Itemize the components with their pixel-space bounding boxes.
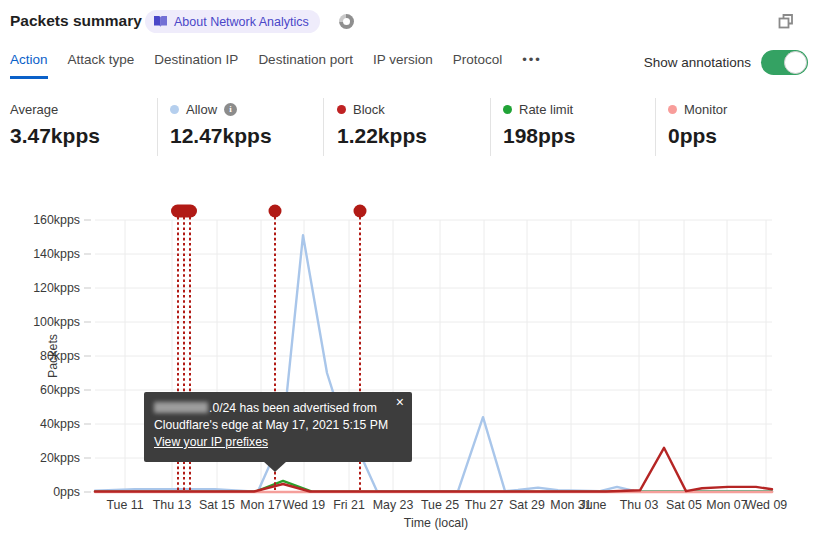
close-icon[interactable]: ×	[396, 395, 404, 409]
svg-text:Thu 03: Thu 03	[620, 498, 659, 512]
network-analytics-panel: Packets summary About Network Analytics …	[0, 0, 816, 545]
svg-text:Sat 15: Sat 15	[199, 498, 235, 512]
svg-text:100kpps: 100kpps	[33, 315, 80, 329]
svg-text:160kpps: 160kpps	[33, 213, 80, 227]
svg-text:Tue 25: Tue 25	[421, 498, 459, 512]
redacted-ip-prefix	[154, 402, 208, 413]
packets-chart: 0pps20kpps40kpps60kpps80kpps100kpps120kp…	[0, 0, 816, 545]
svg-text:140kpps: 140kpps	[33, 247, 80, 261]
svg-text:20kpps: 20kpps	[40, 451, 80, 465]
svg-text:Wed 09: Wed 09	[745, 498, 788, 512]
svg-text:Mon 17: Mon 17	[240, 498, 281, 512]
svg-text:Wed 19: Wed 19	[283, 498, 326, 512]
svg-text:Time (local): Time (local)	[404, 516, 468, 530]
svg-text:Thu 13: Thu 13	[153, 498, 192, 512]
svg-text:Fri 21: Fri 21	[333, 498, 365, 512]
svg-text:Thu 27: Thu 27	[465, 498, 504, 512]
tooltip-line1: .0/24 has been advertised from	[209, 401, 377, 415]
svg-text:Packets: Packets	[46, 334, 60, 378]
svg-text:June: June	[580, 498, 607, 512]
tooltip-caret	[263, 461, 287, 472]
svg-text:Tue 11: Tue 11	[106, 498, 143, 512]
svg-text:0pps: 0pps	[53, 485, 80, 499]
svg-text:May 23: May 23	[373, 498, 414, 512]
tooltip-line2: Cloudflare's edge at May 17, 2021 5:15 P…	[154, 417, 402, 434]
svg-text:40kpps: 40kpps	[40, 417, 80, 431]
svg-text:Sat 29: Sat 29	[509, 498, 545, 512]
svg-text:Mon 07: Mon 07	[706, 498, 747, 512]
axis-labels: 0pps20kpps40kpps60kpps80kpps100kpps120kp…	[33, 213, 787, 530]
annotation-dot-cluster	[171, 205, 197, 218]
annotation-dot	[269, 205, 282, 218]
svg-text:120kpps: 120kpps	[33, 281, 80, 295]
svg-text:60kpps: 60kpps	[40, 383, 80, 397]
view-ip-prefixes-link[interactable]: View your IP prefixes	[154, 435, 268, 449]
svg-text:Sat 05: Sat 05	[666, 498, 702, 512]
annotation-tooltip: × .0/24 has been advertised from Cloudfl…	[144, 392, 412, 462]
annotation-dot	[354, 205, 367, 218]
